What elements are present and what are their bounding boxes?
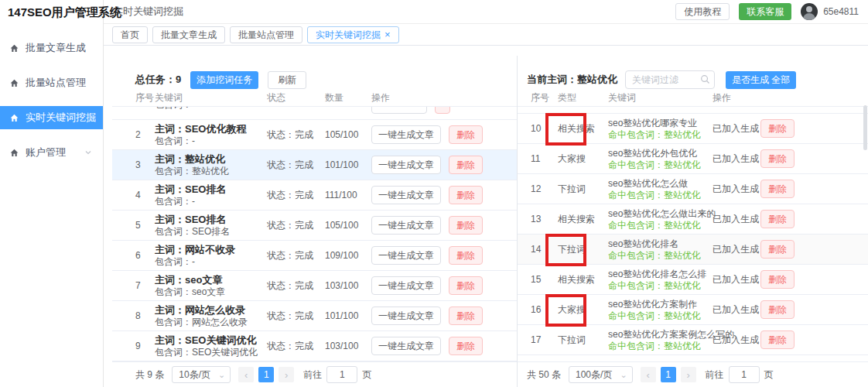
keyword-text: seo整站优化哪家专业 bbox=[608, 117, 713, 129]
row-status: 状态：完成 bbox=[267, 189, 325, 202]
row-index: 7 bbox=[135, 280, 155, 291]
row-status: 状态：完成 bbox=[267, 340, 325, 353]
row-index: 10 bbox=[531, 123, 558, 134]
task-row: 6主词：网站不收录包含词：-状态：完成109/100一键生成文章删除 bbox=[112, 241, 517, 271]
delete-button[interactable]: 删除 bbox=[760, 210, 795, 228]
row-index: 3 bbox=[135, 159, 155, 170]
generate-article-button[interactable]: 一键生成文章 bbox=[371, 276, 441, 295]
add-mining-task-button[interactable]: 添加挖词任务 bbox=[190, 71, 258, 89]
delete-button[interactable]: 删除 bbox=[449, 156, 483, 174]
delete-button[interactable]: 删除 bbox=[449, 125, 483, 144]
row-index: 4 bbox=[135, 190, 155, 200]
row-type: 相关搜索 bbox=[558, 213, 608, 226]
row-keyword: 主词：网站怎么收录包含词：网站怎么收录 bbox=[155, 304, 267, 328]
tab[interactable]: 实时关键词挖掘× bbox=[307, 26, 399, 43]
task-main-word: 主词：SEO排名 bbox=[155, 183, 267, 196]
page-size-select[interactable]: 10条/页 ⌄ bbox=[172, 366, 231, 383]
row-status: 已加入生成 bbox=[713, 213, 760, 226]
row-type: 相关搜索 bbox=[558, 273, 608, 286]
delete-button[interactable]: 删除 bbox=[449, 276, 483, 295]
delete-button[interactable]: 删除 bbox=[760, 240, 795, 259]
delete-button[interactable]: 删除 bbox=[760, 270, 795, 289]
row-keyword: 包含词：- bbox=[155, 107, 267, 111]
hit-include-word: 命中包含词：整站优化 bbox=[608, 129, 713, 141]
tab-bar: 首页批量文章生成批量站点管理实时关键词挖掘× bbox=[104, 25, 868, 46]
row-status: 已加入生成 bbox=[713, 303, 760, 317]
tutorial-button[interactable]: 使用教程 bbox=[675, 3, 730, 20]
delete-button[interactable]: 删除 bbox=[760, 330, 795, 349]
close-icon[interactable]: × bbox=[384, 31, 391, 39]
page: 147SEO用户管理系统 批量文章生成批量站点管理实时关键词挖掘账户管理 实时关… bbox=[0, 0, 868, 387]
hit-include-word: 命中包含词：整站优化 bbox=[608, 250, 713, 262]
scrollbar-thumb[interactable] bbox=[863, 105, 867, 150]
tab[interactable]: 首页 bbox=[112, 26, 148, 43]
home-icon bbox=[9, 43, 19, 53]
tab[interactable]: 批量文章生成 bbox=[152, 26, 225, 43]
delete-button[interactable]: 删除 bbox=[760, 119, 795, 138]
delete-button[interactable]: 删除 bbox=[760, 300, 795, 319]
delete-button[interactable]: 删除 bbox=[449, 307, 483, 325]
row-status: 已加入生成 bbox=[713, 243, 760, 256]
sidebar-item[interactable]: 实时关键词挖掘 bbox=[0, 106, 103, 129]
keyword-row: 10相关搜索seo整站优化哪家专业命中包含词：整站优化已加入生成删除 bbox=[518, 114, 868, 144]
sidebar-item[interactable]: 批量文章生成 bbox=[0, 36, 103, 60]
generate-article-button[interactable]: 一键生成文章 bbox=[371, 246, 441, 265]
home-icon bbox=[9, 113, 19, 123]
column-header: 操作 bbox=[371, 91, 517, 106]
delete-button[interactable] bbox=[435, 107, 450, 114]
task-main-word: 主词：网站不收录 bbox=[155, 244, 267, 256]
clipped-row: 包含词：- bbox=[112, 107, 517, 120]
refresh-button[interactable]: 刷新 bbox=[268, 71, 306, 89]
row-actions: 一键生成文章删除 bbox=[371, 246, 517, 265]
generate-article-button[interactable]: 一键生成文章 bbox=[371, 337, 441, 355]
row-status: 已加入生成 bbox=[713, 122, 760, 135]
prev-page-button[interactable]: ‹ bbox=[641, 367, 656, 382]
generate-all-button[interactable]: 是否生成 全部 bbox=[726, 71, 796, 89]
page-number-1[interactable]: 1 bbox=[661, 367, 676, 382]
generate-article-button[interactable] bbox=[371, 107, 427, 114]
delete-button[interactable]: 删除 bbox=[449, 246, 483, 265]
next-page-button[interactable]: › bbox=[681, 367, 696, 382]
sidebar-item[interactable]: 账户管理 bbox=[0, 141, 103, 164]
delete-button[interactable]: 删除 bbox=[449, 186, 483, 204]
delete-button[interactable]: 删除 bbox=[449, 337, 483, 355]
task-main-word: 主词：SEO排名 bbox=[155, 214, 267, 226]
delete-button[interactable]: 删除 bbox=[760, 180, 795, 198]
row-keyword: 主词：整站优化包含词：整站优化 bbox=[155, 153, 267, 177]
page-size-select[interactable]: 100条/页 ⌄ bbox=[569, 366, 633, 383]
goto-page-input[interactable] bbox=[326, 366, 357, 383]
keyword-row: 16大家搜seo整站优化方案制作命中包含词：整站优化已加入生成删除 bbox=[518, 295, 868, 325]
tab[interactable]: 批量站点管理 bbox=[230, 26, 302, 43]
contact-support-button[interactable]: 联系客服 bbox=[739, 3, 791, 20]
avatar[interactable] bbox=[801, 3, 818, 20]
row-count: 105/100 bbox=[325, 220, 371, 231]
generate-article-button[interactable]: 一键生成文章 bbox=[371, 125, 441, 144]
generate-article-button[interactable]: 一键生成文章 bbox=[371, 156, 441, 174]
total-tasks-label: 总任务：9 bbox=[135, 73, 181, 87]
task-main-word: 主词：seo文章 bbox=[155, 274, 267, 286]
page-number-1[interactable]: 1 bbox=[258, 367, 274, 382]
generate-article-button[interactable]: 一键生成文章 bbox=[371, 216, 441, 235]
generate-article-button[interactable]: 一键生成文章 bbox=[371, 307, 441, 325]
prev-page-button[interactable]: ‹ bbox=[238, 367, 254, 382]
row-index: 15 bbox=[531, 274, 558, 285]
row-actions: 一键生成文章删除 bbox=[371, 337, 517, 355]
tasks-panel-header: 总任务：9 添加挖词任务 刷新 bbox=[112, 70, 512, 90]
hit-include-word: 命中包含词：整站优化 bbox=[608, 159, 713, 171]
row-index: 13 bbox=[531, 214, 558, 224]
generate-article-button[interactable]: 一键生成文章 bbox=[371, 186, 441, 204]
sidebar-item[interactable]: 批量站点管理 bbox=[0, 71, 103, 94]
keyword-filter bbox=[625, 70, 715, 89]
row-count: 101/100 bbox=[325, 310, 371, 321]
row-index: 2 bbox=[135, 129, 155, 140]
row-actions: 删除 bbox=[760, 270, 868, 289]
delete-button[interactable]: 删除 bbox=[449, 216, 483, 235]
task-main-word: 主词：SEO关键词优化 bbox=[155, 334, 267, 347]
task-main-word: 主词：网站怎么收录 bbox=[155, 304, 267, 317]
chevron-down-icon: ⌄ bbox=[218, 370, 225, 380]
next-page-button[interactable]: › bbox=[279, 367, 294, 382]
keyword-row: 14下拉词seo整站优化排名命中包含词：整站优化已加入生成删除 bbox=[518, 235, 868, 265]
goto-page-input[interactable] bbox=[729, 366, 760, 383]
row-index: 9 bbox=[135, 341, 155, 351]
delete-button[interactable]: 删除 bbox=[760, 149, 795, 168]
